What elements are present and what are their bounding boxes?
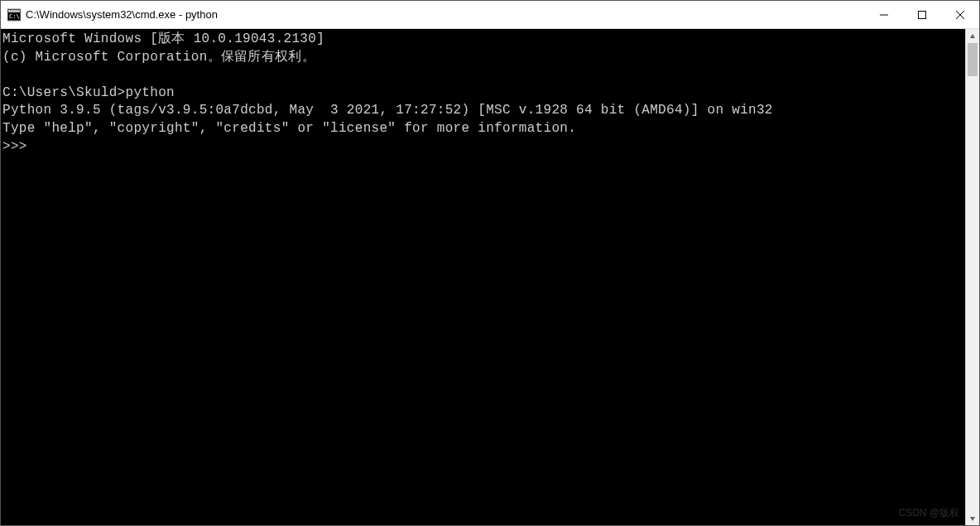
terminal-line: Python 3.9.5 (tags/v3.9.5:0a7dcbd, May 3… (2, 102, 965, 120)
titlebar-left: C:\ C:\Windows\system32\cmd.exe - python (1, 8, 218, 22)
window-controls (865, 1, 979, 28)
maximize-button[interactable] (903, 1, 941, 28)
svg-rect-1 (8, 10, 20, 12)
close-button[interactable] (941, 1, 979, 28)
terminal-line: Microsoft Windows [版本 10.0.19043.2130] (2, 31, 965, 49)
svg-marker-7 (970, 34, 975, 38)
titlebar[interactable]: C:\ C:\Windows\system32\cmd.exe - python (1, 1, 979, 29)
cmd-icon: C:\ (7, 8, 21, 22)
terminal-line: (c) Microsoft Corporation。保留所有权利。 (2, 49, 965, 67)
content-area: Microsoft Windows [版本 10.0.19043.2130](c… (1, 29, 979, 525)
scroll-down-arrow-icon[interactable] (966, 511, 979, 525)
terminal-output[interactable]: Microsoft Windows [版本 10.0.19043.2130](c… (1, 29, 965, 525)
minimize-button[interactable] (865, 1, 903, 28)
terminal-line: Type "help", "copyright", "credits" or "… (2, 120, 965, 138)
svg-marker-8 (970, 517, 975, 521)
terminal-line: >>> (2, 138, 965, 157)
window-frame: C:\ C:\Windows\system32\cmd.exe - python… (0, 0, 980, 526)
scroll-thumb[interactable] (968, 43, 978, 76)
svg-text:C:\: C:\ (9, 13, 20, 20)
scroll-track[interactable] (966, 43, 979, 511)
scroll-up-arrow-icon[interactable] (966, 29, 979, 43)
terminal-line: C:\Users\Skuld>python (2, 84, 965, 103)
window-title: C:\Windows\system32\cmd.exe - python (26, 8, 218, 21)
vertical-scrollbar[interactable] (965, 29, 979, 525)
svg-rect-4 (919, 11, 926, 18)
terminal-line (2, 66, 965, 84)
